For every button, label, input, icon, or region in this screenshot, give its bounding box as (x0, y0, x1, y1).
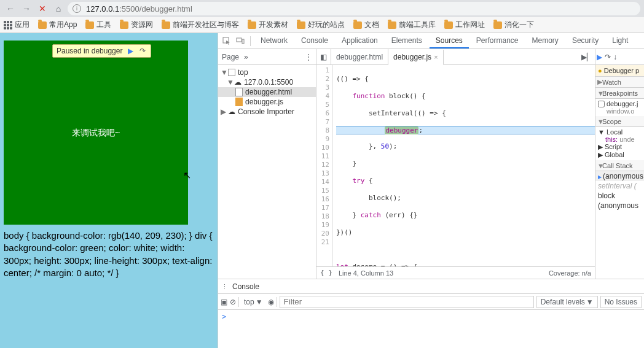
tab-network[interactable]: Network (254, 33, 294, 48)
debugger-sidebar: ▶ ↷ ↓ ●Debugger p ▶Watch ▼Breakpoints de… (595, 49, 644, 279)
resume-icon[interactable]: ▶ (126, 47, 135, 55)
home-button[interactable]: ⌂ (52, 2, 65, 15)
scope-global[interactable]: ▶Global (598, 151, 642, 159)
folder-icon (120, 21, 128, 29)
cloud-icon: ☁ (234, 78, 242, 87)
tab-elements[interactable]: Elements (385, 33, 428, 48)
tree-importer[interactable]: ▶☁Console Importer (218, 107, 316, 117)
site-info-icon[interactable]: i (73, 4, 81, 13)
breakpoint-item[interactable]: debugger.j window.o (598, 100, 642, 115)
tab-security[interactable]: Security (566, 33, 605, 48)
inspect-icon[interactable] (221, 37, 233, 45)
callstack-frame[interactable]: setInterval ( (595, 181, 644, 191)
source-editor: ◧ debugger.html debugger.js× ▶▏ 12345678… (316, 49, 595, 279)
watch-icon[interactable]: ◧ (316, 49, 331, 64)
bookmark-folder[interactable]: 工作网址 (444, 20, 485, 30)
console-sidebar-icon[interactable]: ▣ (221, 298, 227, 306)
bookmark-folder[interactable]: 开发素材 (248, 20, 288, 30)
debugger-controls: ▶ ↷ ↓ (595, 49, 644, 65)
forward-button[interactable]: → (20, 2, 33, 15)
scope-local[interactable]: ▼Local (598, 128, 642, 136)
coverage-status: Coverage: n/a (549, 269, 591, 277)
url-text: 127.0.0.1:5500/debugger.html (86, 4, 192, 14)
folder-icon (493, 21, 502, 29)
tree-file[interactable]: debugger.html (218, 87, 316, 97)
device-icon[interactable] (234, 37, 246, 45)
bookmark-folder[interactable]: 好玩的站点 (297, 20, 345, 30)
folder-icon (297, 21, 305, 29)
file-icon (235, 88, 243, 96)
apps-shortcut[interactable]: 应用 (4, 20, 29, 30)
folder-icon (353, 21, 362, 29)
source-status-bar: { } Line 4, Column 13 Coverage: n/a (316, 266, 595, 279)
section-scope[interactable]: ▼Scope (595, 116, 644, 127)
bookmark-folder[interactable]: 资源网 (120, 20, 153, 30)
folder-icon (248, 21, 256, 29)
console-output[interactable]: > (218, 310, 644, 348)
tab-sources[interactable]: Sources (430, 33, 469, 48)
tree-origin[interactable]: ▼☁127.0.0.1:5500 (218, 77, 316, 87)
context-selector[interactable]: top▼ (242, 298, 265, 306)
collapse-icon[interactable]: ⋮ (222, 284, 227, 290)
callstack-frame[interactable]: (anonymous (595, 171, 644, 181)
tab-application[interactable]: Application (336, 33, 384, 48)
bookmark-folder[interactable]: 前端工具库 (388, 20, 436, 30)
devtools-tabs: Network Console Application Elements Sou… (218, 33, 644, 49)
navigator-title[interactable]: Page (222, 53, 239, 61)
file-tab[interactable]: debugger.js× (388, 50, 444, 65)
svg-rect-2 (242, 39, 244, 44)
section-callstack[interactable]: ▼Call Stack (595, 160, 644, 171)
bookmark-folder[interactable]: 工具 (85, 20, 111, 30)
resume-button[interactable]: ▶ (597, 53, 602, 61)
devtools-panel: Network Console Application Elements Sou… (218, 33, 644, 348)
tab-performance[interactable]: Performance (470, 33, 525, 48)
console-filter-input[interactable] (280, 296, 534, 308)
issues-button[interactable]: No Issues (600, 296, 642, 308)
log-levels-selector[interactable]: Default levels▼ (536, 296, 598, 308)
bookmark-folder[interactable]: 消化一下 (493, 20, 534, 30)
scope-script[interactable]: ▶Script (598, 143, 642, 151)
tree-top[interactable]: ▼top (218, 68, 316, 77)
close-icon[interactable]: × (434, 53, 438, 61)
tab-lighthouse[interactable]: Light (606, 33, 634, 48)
bookmark-folder[interactable]: 文档 (353, 20, 379, 30)
line-gutter[interactable]: 123456789101112131415161718192021 (316, 65, 332, 266)
back-button[interactable]: ← (4, 2, 17, 15)
live-expression-icon[interactable]: ◉ (268, 298, 274, 306)
svg-rect-1 (237, 38, 242, 42)
file-tab[interactable]: debugger.html (331, 49, 388, 64)
pretty-print-icon[interactable]: { } (320, 269, 332, 277)
browser-toolbar: ← → ✕ ⌂ i 127.0.0.1:5500/debugger.html (0, 0, 644, 17)
bookmarks-bar: 应用 常用App 工具 资源网 前端开发社区与博客 开发素材 好玩的站点 文档 … (0, 17, 644, 33)
bookmark-folder[interactable]: 常用App (38, 20, 77, 30)
section-watch[interactable]: ▶Watch (595, 77, 644, 88)
console-prompt-icon: > (222, 312, 226, 321)
step-over-icon[interactable]: ↷ (138, 47, 147, 55)
folder-icon (85, 21, 94, 29)
section-breakpoints[interactable]: ▼Breakpoints (595, 88, 644, 99)
bookmark-folder[interactable]: 前端开发社区与博客 (162, 20, 239, 30)
code-content[interactable]: (() => { function block() { setInterval(… (332, 65, 595, 266)
sources-navigator: Page » ⋮ ▼top ▼☁127.0.0.1:5500 debugger.… (218, 49, 316, 279)
tree-file[interactable]: debugger.js (218, 97, 316, 107)
folder-icon (162, 21, 170, 29)
cursor-position: Line 4, Column 13 (339, 269, 393, 277)
console-drawer-tab[interactable]: ⋮ Console (218, 279, 644, 294)
code-area[interactable]: 123456789101112131415161718192021 (() =>… (316, 65, 595, 266)
clear-console-icon[interactable]: ⊘ (230, 298, 236, 306)
tab-console[interactable]: Console (295, 33, 334, 48)
more-menu-icon[interactable]: ⋮ (305, 53, 312, 61)
run-snippet-icon[interactable]: ▶▏ (581, 53, 592, 61)
step-over-button[interactable]: ↷ (605, 53, 611, 61)
callstack-frame[interactable]: block (595, 191, 644, 201)
scope-this: this:unde (598, 136, 642, 143)
address-bar[interactable]: i 127.0.0.1:5500/debugger.html (68, 2, 640, 15)
step-into-button[interactable]: ↓ (613, 53, 617, 61)
stop-button[interactable]: ✕ (36, 2, 49, 15)
frame-icon (228, 69, 235, 76)
breakpoint-checkbox[interactable] (598, 101, 605, 107)
tab-memory[interactable]: Memory (526, 33, 565, 48)
more-tabs-icon[interactable]: » (244, 53, 248, 61)
page-text: body { background-color: rgb(140, 209, 2… (4, 230, 213, 279)
callstack-frame[interactable]: (anonymous (595, 201, 644, 211)
